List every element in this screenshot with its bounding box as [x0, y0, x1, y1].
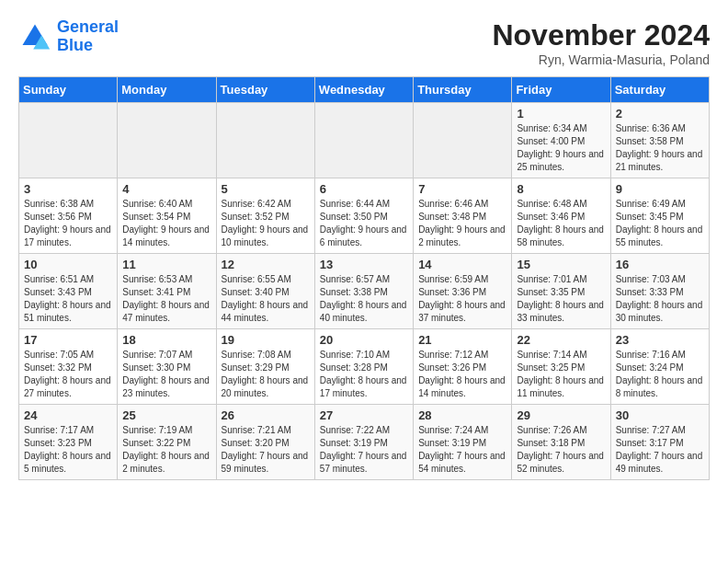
day-number: 11 — [122, 258, 210, 271]
day-info: Sunrise: 6:38 AMSunset: 3:56 PMDaylight:… — [24, 198, 112, 249]
day-number: 23 — [616, 333, 704, 347]
calendar-cell: 23Sunrise: 7:16 AMSunset: 3:24 PMDayligh… — [610, 329, 709, 405]
calendar-cell: 15Sunrise: 7:01 AMSunset: 3:35 PMDayligh… — [512, 254, 610, 329]
day-number: 9 — [616, 182, 704, 196]
logo-icon — [18, 20, 51, 53]
calendar-day-header: Thursday — [414, 77, 512, 103]
calendar-cell: 27Sunrise: 7:22 AMSunset: 3:19 PMDayligh… — [314, 405, 413, 480]
calendar-cell: 17Sunrise: 7:05 AMSunset: 3:32 PMDayligh… — [19, 329, 118, 405]
day-number: 14 — [418, 258, 506, 271]
logo-text: General Blue — [57, 18, 119, 55]
day-info: Sunrise: 6:49 AMSunset: 3:45 PMDaylight:… — [616, 198, 704, 249]
calendar-day-header: Saturday — [610, 77, 709, 103]
day-info: Sunrise: 6:42 AMSunset: 3:52 PMDaylight:… — [222, 198, 310, 249]
calendar-week-row: 3Sunrise: 6:38 AMSunset: 3:56 PMDaylight… — [19, 178, 710, 254]
calendar-cell: 4Sunrise: 6:40 AMSunset: 3:54 PMDaylight… — [118, 178, 216, 254]
day-number: 18 — [122, 333, 210, 347]
calendar-cell: 16Sunrise: 7:03 AMSunset: 3:33 PMDayligh… — [610, 254, 709, 329]
calendar-cell: 29Sunrise: 7:26 AMSunset: 3:18 PMDayligh… — [512, 405, 610, 480]
day-number: 19 — [222, 333, 310, 347]
calendar-week-row: 10Sunrise: 6:51 AMSunset: 3:43 PMDayligh… — [19, 254, 710, 329]
calendar-body: 1Sunrise: 6:34 AMSunset: 4:00 PMDaylight… — [19, 103, 710, 480]
day-number: 21 — [418, 333, 506, 347]
day-info: Sunrise: 7:01 AMSunset: 3:35 PMDaylight:… — [517, 273, 605, 325]
day-number: 1 — [517, 107, 605, 121]
calendar-week-row: 17Sunrise: 7:05 AMSunset: 3:32 PMDayligh… — [19, 329, 710, 405]
day-info: Sunrise: 7:24 AMSunset: 3:19 PMDaylight:… — [418, 424, 506, 476]
day-info: Sunrise: 7:10 AMSunset: 3:28 PMDaylight:… — [320, 349, 408, 400]
day-info: Sunrise: 6:40 AMSunset: 3:54 PMDaylight:… — [122, 198, 210, 249]
location-subtitle: Ryn, Warmia-Masuria, Poland — [492, 52, 710, 67]
day-info: Sunrise: 6:36 AMSunset: 3:58 PMDaylight:… — [616, 122, 704, 174]
day-number: 20 — [320, 333, 408, 347]
calendar-cell: 10Sunrise: 6:51 AMSunset: 3:43 PMDayligh… — [19, 254, 118, 329]
day-info: Sunrise: 6:46 AMSunset: 3:48 PMDaylight:… — [418, 198, 506, 249]
calendar-week-row: 1Sunrise: 6:34 AMSunset: 4:00 PMDaylight… — [19, 103, 710, 178]
day-number: 28 — [418, 408, 506, 422]
calendar-cell — [216, 103, 314, 178]
day-number: 22 — [517, 333, 605, 347]
calendar-cell: 11Sunrise: 6:53 AMSunset: 3:41 PMDayligh… — [118, 254, 216, 329]
title-section: November 2024 Ryn, Warmia-Masuria, Polan… — [492, 18, 710, 67]
calendar-cell: 9Sunrise: 6:49 AMSunset: 3:45 PMDaylight… — [610, 178, 709, 254]
day-number: 8 — [517, 182, 605, 196]
calendar-cell: 26Sunrise: 7:21 AMSunset: 3:20 PMDayligh… — [216, 405, 314, 480]
day-info: Sunrise: 7:26 AMSunset: 3:18 PMDaylight:… — [517, 424, 605, 476]
day-info: Sunrise: 7:21 AMSunset: 3:20 PMDaylight:… — [222, 424, 310, 476]
day-number: 2 — [616, 107, 704, 121]
calendar-cell: 3Sunrise: 6:38 AMSunset: 3:56 PMDaylight… — [19, 178, 118, 254]
calendar-cell — [414, 103, 512, 178]
day-number: 17 — [24, 333, 112, 347]
day-info: Sunrise: 6:53 AMSunset: 3:41 PMDaylight:… — [122, 273, 210, 325]
day-info: Sunrise: 7:07 AMSunset: 3:30 PMDaylight:… — [122, 349, 210, 400]
day-info: Sunrise: 6:51 AMSunset: 3:43 PMDaylight:… — [24, 273, 112, 325]
day-number: 3 — [24, 182, 112, 196]
day-number: 30 — [616, 408, 704, 422]
calendar-table: SundayMondayTuesdayWednesdayThursdayFrid… — [18, 76, 710, 480]
day-info: Sunrise: 6:55 AMSunset: 3:40 PMDaylight:… — [222, 273, 310, 325]
calendar-cell: 21Sunrise: 7:12 AMSunset: 3:26 PMDayligh… — [414, 329, 512, 405]
day-number: 15 — [517, 258, 605, 271]
day-number: 12 — [222, 258, 310, 271]
calendar-header-row: SundayMondayTuesdayWednesdayThursdayFrid… — [19, 77, 710, 103]
calendar-cell — [118, 103, 216, 178]
day-info: Sunrise: 7:22 AMSunset: 3:19 PMDaylight:… — [320, 424, 408, 476]
calendar-cell: 20Sunrise: 7:10 AMSunset: 3:28 PMDayligh… — [314, 329, 413, 405]
calendar-cell — [314, 103, 413, 178]
calendar-cell: 19Sunrise: 7:08 AMSunset: 3:29 PMDayligh… — [216, 329, 314, 405]
day-info: Sunrise: 7:12 AMSunset: 3:26 PMDaylight:… — [418, 349, 506, 400]
day-number: 26 — [222, 408, 310, 422]
day-info: Sunrise: 7:16 AMSunset: 3:24 PMDaylight:… — [616, 349, 704, 400]
day-info: Sunrise: 7:03 AMSunset: 3:33 PMDaylight:… — [616, 273, 704, 325]
calendar-cell: 2Sunrise: 6:36 AMSunset: 3:58 PMDaylight… — [610, 103, 709, 178]
day-info: Sunrise: 6:57 AMSunset: 3:38 PMDaylight:… — [320, 273, 408, 325]
day-number: 4 — [122, 182, 210, 196]
day-info: Sunrise: 6:59 AMSunset: 3:36 PMDaylight:… — [418, 273, 506, 325]
day-number: 16 — [616, 258, 704, 271]
month-title: November 2024 — [492, 18, 710, 52]
day-info: Sunrise: 6:44 AMSunset: 3:50 PMDaylight:… — [320, 198, 408, 249]
calendar-cell: 28Sunrise: 7:24 AMSunset: 3:19 PMDayligh… — [414, 405, 512, 480]
day-number: 29 — [517, 408, 605, 422]
calendar-cell: 8Sunrise: 6:48 AMSunset: 3:46 PMDaylight… — [512, 178, 610, 254]
calendar-cell: 24Sunrise: 7:17 AMSunset: 3:23 PMDayligh… — [19, 405, 118, 480]
day-info: Sunrise: 7:14 AMSunset: 3:25 PMDaylight:… — [517, 349, 605, 400]
calendar-day-header: Wednesday — [314, 77, 413, 103]
calendar-cell: 14Sunrise: 6:59 AMSunset: 3:36 PMDayligh… — [414, 254, 512, 329]
day-number: 27 — [320, 408, 408, 422]
calendar-day-header: Monday — [118, 77, 216, 103]
calendar-day-header: Friday — [512, 77, 610, 103]
day-number: 25 — [122, 408, 210, 422]
calendar-day-header: Sunday — [19, 77, 118, 103]
day-number: 6 — [320, 182, 408, 196]
day-info: Sunrise: 7:08 AMSunset: 3:29 PMDaylight:… — [222, 349, 310, 400]
day-number: 24 — [24, 408, 112, 422]
page-header: General Blue November 2024 Ryn, Warmia-M… — [18, 18, 710, 67]
calendar-cell: 30Sunrise: 7:27 AMSunset: 3:17 PMDayligh… — [610, 405, 709, 480]
calendar-cell: 5Sunrise: 6:42 AMSunset: 3:52 PMDaylight… — [216, 178, 314, 254]
day-number: 10 — [24, 258, 112, 271]
day-info: Sunrise: 7:19 AMSunset: 3:22 PMDaylight:… — [122, 424, 210, 476]
calendar-cell: 25Sunrise: 7:19 AMSunset: 3:22 PMDayligh… — [118, 405, 216, 480]
calendar-cell: 7Sunrise: 6:46 AMSunset: 3:48 PMDaylight… — [414, 178, 512, 254]
calendar-week-row: 24Sunrise: 7:17 AMSunset: 3:23 PMDayligh… — [19, 405, 710, 480]
